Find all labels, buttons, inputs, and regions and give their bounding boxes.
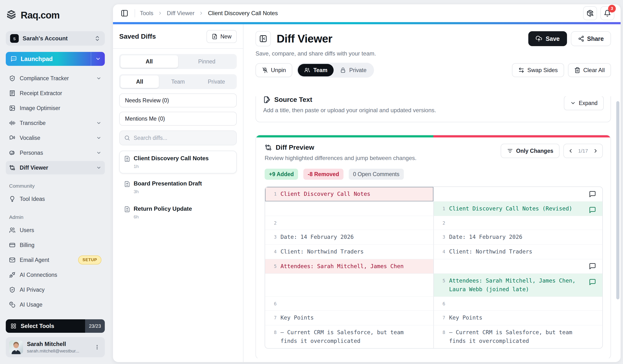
line-text: Client: Northwind Traders (449, 248, 532, 255)
expand-button[interactable]: Expand (564, 96, 604, 110)
sidebar-item-label: AI Connections (20, 272, 57, 278)
line-text: Date: 14 February 2026 (449, 234, 523, 240)
sidebar-item-label: Diff Viewer (20, 165, 48, 171)
search-input[interactable] (134, 135, 232, 141)
launchpad-button[interactable]: Launchpad (6, 52, 105, 66)
notifications-button[interactable]: 3 (601, 6, 614, 20)
expand-label: Expand (579, 100, 598, 107)
diff-cell-left[interactable]: 5Attendees: Sarah Mitchell, James Chen (265, 259, 434, 274)
line-text: Attendees: Sarah Mitchell, James Chen, L… (449, 278, 576, 292)
diff-cell-right[interactable]: 5Attendees: Sarah Mitchell, James Chen, … (434, 274, 602, 297)
chevrons-up-down-icon (94, 35, 100, 42)
sidebar-item-personas[interactable]: Personas (6, 146, 105, 160)
tab-visibility-private[interactable]: Private (197, 75, 236, 88)
visibility-team-option[interactable]: Team (298, 64, 334, 76)
sidebar-item-diff-viewer[interactable]: Diff Viewer (6, 161, 105, 174)
previous-change-button[interactable] (566, 146, 576, 156)
clear-all-button[interactable]: Clear All (568, 63, 611, 77)
chevron-down-icon (96, 120, 101, 126)
comment-button[interactable] (588, 205, 597, 214)
sidebar-item-compliance-tracker[interactable]: Compliance Tracker (6, 72, 105, 85)
share-icon (578, 36, 584, 42)
section-label-admin: Admin (9, 214, 105, 220)
only-changes-label: Only Changes (516, 148, 553, 154)
scrollbar-thumb[interactable] (616, 101, 619, 299)
panel-toggle-button[interactable] (119, 8, 130, 19)
sidebar-item-tool-ideas[interactable]: Tool Ideas (6, 192, 105, 206)
sidebar-item-billing[interactable]: Billing (6, 238, 105, 252)
collapse-panel-button[interactable] (255, 31, 271, 46)
sidebar-item-transcribe[interactable]: Transcribe (6, 116, 105, 130)
package-search-button[interactable] (583, 6, 597, 20)
user-card[interactable]: Sarah Mitchell sarah.mitchell@westbur... (6, 337, 105, 357)
line-number: 5 (438, 277, 445, 284)
visibility-private-option[interactable]: Private (334, 64, 373, 76)
swap-sides-label: Swap Sides (527, 67, 558, 74)
only-changes-button[interactable]: Only Changes (501, 144, 559, 158)
sidebar-item-image-optimiser[interactable]: Image Optimiser (6, 101, 105, 115)
shield-check-icon (9, 75, 15, 82)
diff-cell-left: 4Client: Northwind Traders (265, 245, 434, 259)
sidebar-item-ai-privacy[interactable]: AI Privacy (6, 283, 105, 297)
list-item-board-presentation[interactable]: Board Presentation Draft 3h (119, 176, 237, 199)
launchpad-expand-button[interactable] (91, 52, 105, 66)
select-tools-button[interactable]: Select Tools 23/23 (6, 319, 105, 333)
removed-badge: -8 Removed (303, 169, 343, 180)
source-text-title: Source Text (274, 96, 312, 104)
plug-icon (9, 272, 15, 278)
mentions-me-filter[interactable]: Mentions Me (0) (119, 112, 237, 126)
diff-cell-right (434, 259, 602, 274)
save-button[interactable]: Save (528, 31, 567, 46)
scope-tabs: All Pinned (119, 54, 237, 69)
avatar (9, 340, 23, 354)
tab-pinned[interactable]: Pinned (178, 55, 236, 68)
divider (113, 48, 243, 49)
breadcrumb-diff-viewer[interactable]: Diff Viewer (167, 10, 195, 17)
receipt-icon (9, 90, 15, 96)
line-number: 5 (269, 263, 277, 270)
needs-review-filter[interactable]: Needs Review (0) (119, 93, 237, 107)
chevron-down-icon (96, 165, 101, 170)
sidebar-item-label: AI Usage (20, 301, 43, 308)
share-button[interactable]: Share (571, 31, 611, 46)
comment-button[interactable] (588, 278, 597, 287)
tab-all[interactable]: All (120, 55, 178, 68)
line-number: 6 (269, 300, 277, 307)
team-label: Team (313, 67, 327, 74)
sidebar-item-users[interactable]: Users (6, 223, 105, 237)
more-vertical-icon[interactable] (93, 343, 101, 351)
brand-logo: Raq.com (6, 0, 105, 21)
file-plus-icon (212, 34, 218, 39)
comment-button[interactable] (588, 190, 597, 199)
grid-icon (11, 323, 16, 329)
sidebar-item-ai-usage[interactable]: AI Usage (6, 298, 105, 311)
file-diff-icon (124, 181, 130, 194)
account-switcher[interactable]: s Sarah's Account (6, 31, 105, 46)
diff-cell-left: 3Date: 14 February 2026 (265, 230, 434, 244)
sidebar-item-email-agent[interactable]: Email Agent SETUP (6, 253, 105, 267)
breadcrumb-tools[interactable]: Tools (140, 10, 153, 17)
tab-visibility-team[interactable]: Team (159, 75, 197, 88)
diff-viewer-pane: Diff Viewer Save Share Save, compare, an… (244, 24, 621, 362)
chevron-down-icon (570, 100, 576, 106)
sidebar-item-receipt-extractor[interactable]: Receipt Extractor (6, 86, 105, 100)
list-item-return-policy[interactable]: Return Policy Update 6h (119, 201, 237, 224)
sidebar-item-vocalise[interactable]: Vocalise (6, 131, 105, 145)
credit-card-icon (9, 242, 15, 248)
pin-off-icon (262, 67, 268, 73)
line-text: Date: 14 February 2026 (281, 234, 354, 240)
unpin-button[interactable]: Unpin (255, 63, 292, 77)
tab-visibility-all[interactable]: All (120, 75, 159, 88)
list-item-client-discovery[interactable]: Client Discovery Call Notes 1h (119, 151, 237, 173)
sidebar-item-label: AI Privacy (20, 287, 45, 293)
sidebar-item-ai-connections[interactable]: AI Connections (6, 268, 105, 282)
diff-preview-card: Diff Preview Review highlighted differen… (255, 135, 611, 358)
save-label: Save (546, 35, 559, 42)
swap-sides-button[interactable]: Swap Sides (512, 63, 564, 77)
setup-badge: SETUP (78, 256, 101, 264)
diff-cell-left[interactable]: 1Client Discovery Call Notes (265, 187, 434, 201)
diff-cell-right[interactable]: 1Client Discovery Call Notes (Revised) (434, 202, 602, 216)
comment-button[interactable] (588, 262, 597, 271)
next-change-button[interactable] (591, 146, 601, 156)
new-diff-button[interactable]: New (206, 30, 237, 43)
